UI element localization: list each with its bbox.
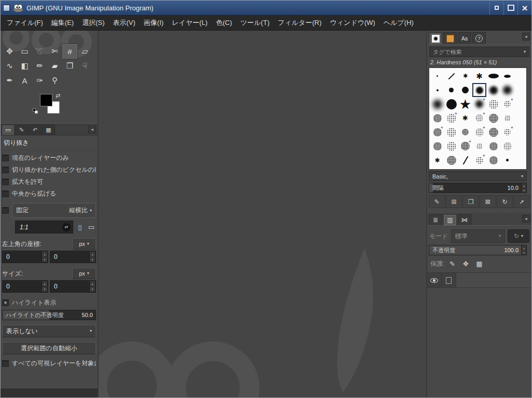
spinner-arrows[interactable]: ▴▾: [42, 281, 47, 292]
brush-item[interactable]: [486, 83, 500, 97]
tool-color-picker[interactable]: ✑: [32, 73, 47, 88]
default-colors-icon[interactable]: [33, 108, 38, 114]
brush-item[interactable]: [500, 167, 514, 170]
brush-item[interactable]: [500, 153, 514, 167]
foreground-color-swatch[interactable]: [40, 94, 52, 106]
brush-item[interactable]: +: [458, 139, 472, 153]
brush-item[interactable]: [444, 69, 458, 83]
brush-item[interactable]: [458, 125, 472, 139]
duplicate-brush-button[interactable]: ❐: [462, 195, 479, 208]
position-unit-dropdown[interactable]: px ▾: [72, 238, 96, 250]
brush-item[interactable]: [444, 167, 458, 170]
lock-pixels-button[interactable]: ✎: [446, 258, 458, 269]
tool-move[interactable]: ✥: [2, 44, 17, 59]
landscape-orientation-button[interactable]: ▭: [87, 222, 96, 232]
brush-item[interactable]: ★: [458, 97, 472, 111]
tool-paintbrush[interactable]: ✏: [32, 59, 47, 73]
refresh-brushes-button[interactable]: ↻: [497, 195, 513, 208]
spinner-arrows[interactable]: ▴▾: [42, 252, 47, 262]
tab-channels[interactable]: ▥: [443, 214, 457, 225]
brush-tag-search[interactable]: タグで検索 ▾: [429, 47, 529, 57]
brush-item[interactable]: ✱: [472, 69, 486, 83]
menu-item-colors[interactable]: 色(C): [212, 15, 236, 31]
brush-item[interactable]: [472, 83, 486, 97]
maximize-button[interactable]: [503, 1, 517, 15]
edit-brush-button[interactable]: ✎: [429, 195, 445, 208]
tool-rectangle-select[interactable]: ▭: [17, 44, 32, 59]
brush-item[interactable]: [458, 153, 472, 167]
brush-item[interactable]: ✱: [458, 69, 472, 83]
dock-menu-button[interactable]: ◄: [88, 126, 96, 133]
menu-item-file[interactable]: ファイル(F): [3, 15, 47, 31]
brush-item[interactable]: [500, 111, 514, 125]
size-height-input[interactable]: 0 ▴▾: [50, 280, 96, 293]
tool-scissors-select[interactable]: ✄: [47, 44, 62, 59]
tool-text[interactable]: A: [17, 73, 32, 88]
checkbox-expand-from-center[interactable]: [2, 190, 9, 197]
lock-alpha-button[interactable]: ▦: [473, 258, 485, 269]
aspect-swap-icon[interactable]: ⇄: [62, 223, 71, 231]
tool-free-select[interactable]: ➰: [32, 44, 47, 59]
option-highlight[interactable]: × ハイライト表示: [2, 297, 96, 309]
brush-group-dropdown[interactable]: Basic, ▾: [429, 171, 527, 181]
brush-item[interactable]: [486, 97, 500, 111]
menu-item-filters[interactable]: フィルター(R): [274, 15, 325, 31]
spinner-arrows[interactable]: ▴▾: [89, 281, 95, 292]
tab-fonts[interactable]: Aa: [458, 32, 471, 44]
brush-item[interactable]: +: [472, 153, 486, 167]
menu-item-select[interactable]: 選択(S): [78, 15, 108, 31]
brush-item[interactable]: [486, 153, 500, 167]
tab-device-status[interactable]: ✎: [15, 125, 28, 135]
brush-item[interactable]: [458, 167, 472, 170]
brush-item[interactable]: [486, 139, 500, 153]
close-button[interactable]: ×: [517, 1, 531, 15]
brush-item[interactable]: +: [430, 125, 444, 139]
swap-colors-icon[interactable]: ⇄: [56, 92, 60, 99]
brush-item[interactable]: [430, 167, 444, 170]
aspect-ratio-input[interactable]: 1:1 ⇄: [15, 221, 73, 234]
tab-images[interactable]: ▦: [42, 125, 55, 135]
checkbox-delete-cropped-pixels[interactable]: [2, 167, 9, 173]
brush-item[interactable]: [486, 111, 500, 125]
tool-warp-transform[interactable]: ∿: [2, 59, 17, 73]
brush-item[interactable]: [444, 139, 458, 153]
tool-smudge[interactable]: ☟: [77, 59, 92, 73]
brush-item[interactable]: [444, 83, 458, 97]
canvas-area[interactable]: [99, 31, 426, 397]
brush-item[interactable]: ✱: [430, 153, 444, 167]
window-menu-icon[interactable]: [3, 5, 10, 11]
brush-item[interactable]: [486, 167, 500, 170]
minimize-button[interactable]: [489, 1, 503, 15]
option-expand-from-center[interactable]: 中央から拡げる: [2, 188, 96, 200]
brush-item[interactable]: +: [500, 125, 514, 139]
option-current-layer-only[interactable]: 現在のレイヤーのみ: [2, 152, 96, 164]
mode-switch-button[interactable]: ↻ ▾: [508, 229, 529, 243]
tool-crop[interactable]: #: [62, 44, 77, 59]
menu-item-tools[interactable]: ツール(T): [236, 15, 274, 31]
brush-item[interactable]: +: [472, 111, 486, 125]
fixed-aspect-dropdown[interactable]: 固定 縦横比 ▾: [12, 203, 96, 218]
option-shrink-merged[interactable]: すべての可視レイヤーを対象にす: [2, 358, 96, 369]
size-width-input[interactable]: 0 ▴▾: [2, 280, 48, 293]
tab-undo-history[interactable]: ↶: [29, 125, 42, 135]
checkbox-fixed[interactable]: [2, 207, 9, 214]
brush-item[interactable]: [500, 83, 514, 97]
layer-row[interactable]: [456, 273, 531, 287]
tool-unified-transform[interactable]: ▱: [77, 44, 92, 59]
tab-tool-options[interactable]: ▭: [2, 125, 15, 135]
position-y-input[interactable]: 0 ▴▾: [50, 251, 96, 263]
menu-item-layer[interactable]: レイヤー(L): [168, 15, 212, 31]
dock-menu-button[interactable]: ◄: [522, 33, 530, 40]
brush-item[interactable]: [472, 139, 486, 153]
checkbox-allow-growing[interactable]: [2, 179, 9, 185]
brush-item[interactable]: +: [444, 111, 458, 125]
auto-shrink-button[interactable]: 選択範囲の自動縮小: [2, 342, 96, 354]
size-unit-dropdown[interactable]: px ▾: [72, 268, 96, 279]
menu-item-view[interactable]: 表示(V): [109, 15, 140, 31]
brush-spacing-slider[interactable]: 間隔 10.0 ▴▾: [429, 183, 527, 193]
brush-item[interactable]: [472, 167, 486, 170]
brush-item[interactable]: [458, 83, 472, 97]
brush-item[interactable]: ✱: [458, 111, 472, 125]
guides-dropdown[interactable]: 表示しない ▾: [2, 325, 96, 337]
brush-item[interactable]: [486, 69, 500, 83]
